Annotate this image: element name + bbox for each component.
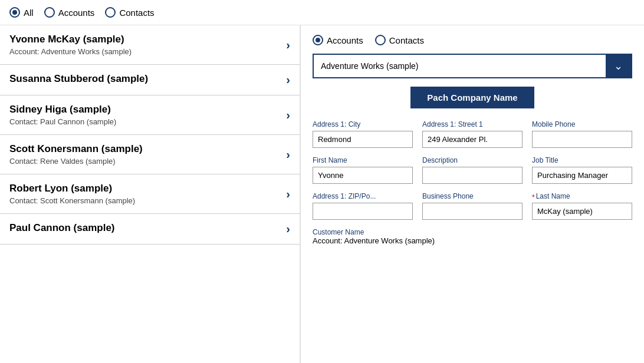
list-item-sub: Account: Adventure Works (sample) (9, 47, 281, 56)
first-name-input[interactable] (313, 167, 413, 184)
right-radio-accounts[interactable]: Accounts (313, 35, 363, 45)
list-item-sub: Contact: Scott Konersmann (sample) (9, 196, 281, 205)
chevron-right-icon: › (286, 73, 290, 87)
list-item[interactable]: Paul Cannon (sample)› (0, 214, 300, 245)
left-list-panel: Yvonne McKay (sample)Account: Adventure … (0, 25, 301, 363)
radio-all-circle (9, 7, 20, 18)
business-phone-label: Business Phone (422, 192, 523, 200)
list-item-content: Robert Lyon (sample)Contact: Scott Koner… (9, 183, 281, 205)
chevron-down-icon: ⌄ (614, 60, 623, 72)
chevron-right-icon: › (286, 222, 290, 236)
top-radio-all[interactable]: All (9, 7, 34, 18)
form-grid: Address 1: City Address 1: Street 1 Mobi… (313, 120, 632, 220)
field-address1-zip: Address 1: ZIP/Po... (313, 192, 413, 220)
right-radio-accounts-label: Accounts (327, 35, 363, 45)
address1-city-input[interactable] (313, 131, 413, 148)
required-star-icon: * (532, 193, 535, 202)
description-label: Description (422, 156, 523, 164)
account-dropdown[interactable]: Adventure Works (sample) ⌄ (313, 54, 632, 78)
list-item[interactable]: Susanna Stubberod (sample)› (0, 65, 300, 95)
first-name-label: First Name (313, 156, 413, 164)
field-first-name: First Name (313, 156, 413, 184)
address1-zip-label: Address 1: ZIP/Po... (313, 192, 413, 200)
customer-name-section: Customer Name Account: Adventure Works (… (313, 228, 632, 245)
radio-accounts-circle (44, 7, 55, 18)
list-item-name: Yvonne McKay (sample) (9, 34, 281, 45)
chevron-right-icon: › (286, 148, 290, 161)
field-mobile-phone: Mobile Phone (532, 120, 632, 148)
list-item-content: Susanna Stubberod (sample) (9, 73, 281, 87)
list-item-sub: Contact: Rene Valdes (sample) (9, 157, 281, 166)
radio-all-label: All (24, 8, 34, 18)
mobile-phone-label: Mobile Phone (532, 120, 632, 128)
list-item[interactable]: Scott Konersmann (sample)Contact: Rene V… (0, 135, 300, 174)
address1-city-label: Address 1: City (313, 120, 413, 128)
field-description: Description (422, 156, 523, 184)
top-radio-accounts[interactable]: Accounts (44, 7, 95, 18)
radio-accounts-label: Accounts (58, 8, 95, 18)
field-job-title: Job Title (532, 156, 632, 184)
right-filter-group: Accounts Contacts (313, 35, 632, 45)
job-title-input[interactable] (532, 167, 632, 184)
chevron-right-icon: › (286, 38, 290, 52)
field-business-phone: Business Phone (422, 192, 523, 220)
main-content: Yvonne McKay (sample)Account: Adventure … (0, 25, 644, 363)
dropdown-chevron-button[interactable]: ⌄ (606, 55, 631, 77)
right-radio-accounts-circle (313, 35, 323, 45)
list-item-name: Robert Lyon (sample) (9, 183, 281, 194)
list-item-sub: Contact: Paul Cannon (sample) (9, 117, 281, 126)
last-name-label-container: * Last Name (532, 192, 632, 203)
address1-zip-input[interactable] (313, 203, 413, 220)
list-item-content: Scott Konersmann (sample)Contact: Rene V… (9, 143, 281, 166)
list-item-name: Susanna Stubberod (sample) (9, 73, 281, 85)
chevron-right-icon: › (286, 187, 290, 201)
address1-street1-input[interactable] (422, 131, 523, 148)
customer-name-value: Account: Adventure Works (sample) (313, 236, 632, 245)
last-name-label: Last Name (536, 192, 570, 200)
field-last-name: * Last Name (532, 192, 632, 220)
patch-company-name-button[interactable]: Pach Company Name (410, 87, 534, 108)
list-item[interactable]: Sidney Higa (sample)Contact: Paul Cannon… (0, 95, 300, 135)
right-radio-contacts[interactable]: Contacts (375, 35, 424, 45)
list-item[interactable]: Robert Lyon (sample)Contact: Scott Koner… (0, 174, 300, 214)
mobile-phone-input[interactable] (532, 131, 632, 148)
list-item-content: Yvonne McKay (sample)Account: Adventure … (9, 34, 281, 56)
right-detail-panel: Accounts Contacts Adventure Works (sampl… (301, 25, 644, 363)
last-name-input[interactable] (532, 203, 632, 220)
business-phone-input[interactable] (422, 203, 523, 220)
customer-name-label: Customer Name (313, 228, 632, 236)
chevron-right-icon: › (286, 108, 290, 122)
right-radio-contacts-label: Contacts (389, 35, 424, 45)
address1-street1-label: Address 1: Street 1 (422, 120, 523, 128)
list-item-name: Paul Cannon (sample) (9, 222, 281, 234)
list-item-content: Sidney Higa (sample)Contact: Paul Cannon… (9, 104, 281, 126)
top-radio-group: All Accounts Contacts (9, 7, 155, 18)
job-title-label: Job Title (532, 156, 632, 164)
list-item[interactable]: Yvonne McKay (sample)Account: Adventure … (0, 25, 300, 65)
dropdown-value-text: Adventure Works (sample) (314, 57, 606, 75)
list-item-content: Paul Cannon (sample) (9, 222, 281, 236)
top-filter-bar: All Accounts Contacts (0, 0, 644, 25)
right-radio-contacts-circle (375, 35, 386, 45)
field-address1-street1: Address 1: Street 1 (422, 120, 523, 148)
field-address1-city: Address 1: City (313, 120, 413, 148)
radio-contacts-label: Contacts (119, 8, 154, 18)
list-item-name: Sidney Higa (sample) (9, 104, 281, 116)
list-item-name: Scott Konersmann (sample) (9, 143, 281, 155)
top-radio-contacts[interactable]: Contacts (105, 7, 154, 18)
description-input[interactable] (422, 167, 523, 184)
radio-contacts-circle (105, 7, 116, 18)
